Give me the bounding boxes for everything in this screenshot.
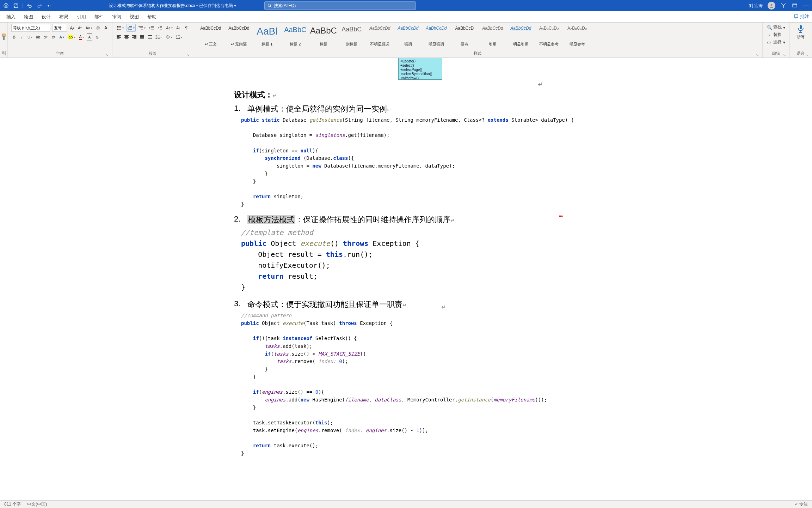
- style-item[interactable]: AaBbCcDd不明显参考: [535, 24, 563, 49]
- superscript-icon[interactable]: x2: [51, 33, 56, 41]
- borders-icon[interactable]: [175, 33, 183, 41]
- page-wrap: +update() +select() +selectPage() +selec…: [161, 58, 812, 500]
- replace-button[interactable]: ↔替换: [766, 31, 786, 38]
- text-effects-icon[interactable]: A: [59, 33, 65, 41]
- style-item[interactable]: AaBbC副标题: [338, 24, 366, 49]
- minimize-icon[interactable]: —: [803, 2, 809, 9]
- font-color-icon[interactable]: A: [78, 33, 84, 41]
- svg-rect-50: [158, 36, 160, 36]
- microphone-icon[interactable]: [796, 24, 805, 33]
- tab-design[interactable]: 设计: [37, 12, 55, 22]
- sort-icon[interactable]: A↓: [176, 24, 182, 32]
- tab-references[interactable]: 引用: [73, 12, 90, 22]
- font-name-select[interactable]: [11, 24, 50, 32]
- style-item[interactable]: AaBbCcDd引用: [479, 24, 507, 49]
- styles-group: AaBbCcDd↩ 正文AaBbCcDd↩ 无间隔AaBl标题 1AaBbC标题…: [193, 23, 763, 58]
- style-name: ↩ 无间隔: [231, 42, 247, 47]
- tab-view[interactable]: 视图: [125, 12, 143, 22]
- search-input[interactable]: 搜索(Alt+Q): [264, 1, 416, 10]
- subscript-icon[interactable]: x2: [43, 33, 49, 41]
- document-page[interactable]: +update() +select() +selectPage() +selec…: [161, 58, 651, 500]
- style-preview: AaBbC: [310, 26, 337, 36]
- align-right-icon[interactable]: [131, 33, 137, 41]
- save-icon[interactable]: [13, 2, 19, 9]
- change-case-icon[interactable]: Aa: [85, 24, 93, 32]
- align-center-icon[interactable]: [124, 33, 129, 41]
- tab-help[interactable]: 帮助: [143, 12, 161, 22]
- justify-icon[interactable]: [139, 33, 145, 41]
- clear-format-icon[interactable]: A̷: [103, 24, 109, 32]
- svg-rect-29: [160, 28, 162, 28]
- style-name: ↩ 正文: [205, 42, 217, 47]
- distributed-icon[interactable]: [147, 33, 153, 41]
- highlight-icon[interactable]: ab: [67, 33, 76, 41]
- save-status: • 已保存到这台电脑 ▾: [196, 3, 236, 8]
- bullets-icon[interactable]: [116, 24, 124, 32]
- decrease-font-icon[interactable]: A▾: [77, 24, 83, 32]
- ribbon-mode-icon[interactable]: [780, 2, 787, 9]
- tab-review[interactable]: 审阅: [108, 12, 125, 22]
- redo-icon[interactable]: [36, 2, 43, 9]
- font-size-select[interactable]: [52, 24, 67, 32]
- character-border-icon[interactable]: A: [87, 33, 92, 41]
- ribbon-display-icon[interactable]: [792, 2, 798, 9]
- heading-design-patterns: 设计模式：↵: [234, 90, 581, 100]
- user-avatar[interactable]: [768, 2, 775, 10]
- focus-mode[interactable]: ✓ 专注: [795, 501, 808, 507]
- style-item[interactable]: AaBbCcDd明显强调: [422, 24, 450, 49]
- style-name: 明显强调: [429, 42, 444, 47]
- style-item[interactable]: AaBbC标题: [309, 24, 338, 49]
- shading-icon[interactable]: [165, 33, 173, 41]
- styles-gallery[interactable]: AaBbCcDd↩ 正文AaBbCcDd↩ 无间隔AaBl标题 1AaBbC标题…: [197, 24, 759, 49]
- decrease-indent-icon[interactable]: [148, 24, 155, 32]
- style-item[interactable]: AaBbCcDd强调: [394, 24, 422, 49]
- svg-rect-39: [132, 35, 136, 36]
- style-item[interactable]: AaBbCcDd↩ 正文: [197, 24, 225, 49]
- italic-icon[interactable]: I: [19, 33, 25, 41]
- enclose-char-icon[interactable]: ⊕: [94, 33, 100, 41]
- select-button[interactable]: ▭选择 ▾: [766, 39, 786, 46]
- asian-layout-icon[interactable]: A↕: [165, 24, 173, 32]
- style-preview: AaBbC: [342, 26, 362, 33]
- style-item[interactable]: AaBbC标题 2: [281, 24, 309, 49]
- increase-font-icon[interactable]: A▴: [69, 24, 75, 32]
- tab-draw[interactable]: 绘图: [20, 12, 37, 22]
- svg-rect-27: [151, 29, 154, 29]
- language-status[interactable]: 中文(中国): [27, 501, 47, 507]
- tab-mailings[interactable]: 邮件: [90, 12, 108, 22]
- undo-icon[interactable]: [26, 2, 33, 9]
- word-count[interactable]: 811 个字: [4, 501, 21, 507]
- svg-rect-53: [176, 35, 180, 39]
- show-marks-icon[interactable]: ¶: [184, 24, 189, 32]
- tab-layout[interactable]: 布局: [55, 12, 73, 22]
- style-item[interactable]: AaBbCcD要点: [450, 24, 479, 49]
- format-painter-icon[interactable]: [1, 34, 6, 41]
- close-file-icon[interactable]: [3, 2, 9, 9]
- numbering-icon[interactable]: 123: [127, 24, 136, 32]
- comments-button[interactable]: 批注: [794, 13, 809, 20]
- comment-anchor[interactable]: "": [559, 214, 563, 220]
- multilevel-list-icon[interactable]: [138, 24, 146, 32]
- bold-icon[interactable]: B: [11, 33, 17, 41]
- align-left-icon[interactable]: [116, 33, 122, 41]
- svg-rect-7: [793, 4, 797, 5]
- title-bar: ▾ 设计模式与软件体系结构大作业实验报告.docx • 已保存到这台电脑 ▾ 搜…: [0, 0, 812, 11]
- line-spacing-icon[interactable]: [155, 33, 162, 41]
- style-name: 明显参考: [570, 42, 585, 47]
- style-item[interactable]: AaBbCcDd明显参考: [563, 24, 591, 49]
- dictate-label[interactable]: 听写: [797, 35, 805, 40]
- svg-rect-17: [129, 26, 132, 26]
- style-item[interactable]: AaBbCcDd明显引用: [507, 24, 535, 49]
- style-item[interactable]: AaBbCcDd↩ 无间隔: [225, 24, 253, 49]
- find-button[interactable]: 🔍查找 ▾: [766, 24, 786, 31]
- style-item[interactable]: AaBl标题 1: [253, 24, 281, 49]
- left-margin: [0, 58, 161, 500]
- qat-customize-icon[interactable]: ▾: [46, 2, 53, 9]
- underline-icon[interactable]: U: [27, 33, 33, 41]
- tab-insert[interactable]: 插入: [2, 12, 20, 22]
- phonetic-icon[interactable]: ㊥: [95, 24, 101, 32]
- increase-indent-icon[interactable]: [157, 24, 163, 32]
- user-name[interactable]: 刘 宏涛: [749, 3, 763, 9]
- strikethrough-icon[interactable]: ab: [35, 33, 41, 41]
- style-item[interactable]: AaBbCcDd不明显强调: [366, 24, 394, 49]
